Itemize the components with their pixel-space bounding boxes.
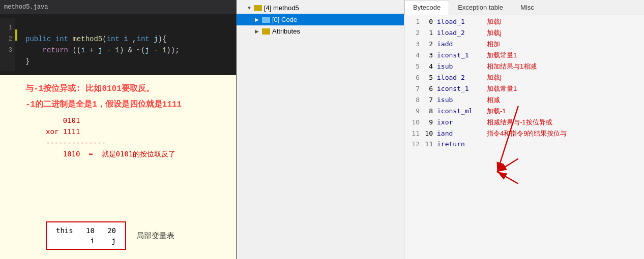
tab-misc[interactable]: Misc	[512, 0, 543, 15]
annotation-line-2: -1的二进制是全是1，假设是四位就是1111	[25, 99, 230, 110]
annotation-xor: 0101 xor 1111 -------------- 1010 = 就是01…	[25, 115, 230, 159]
bc-row-7: 7 6 iconst_1 加载常量1	[411, 84, 638, 95]
bc-row-4: 4 3 iconst_1 加载常量1	[411, 51, 638, 62]
tab-bar: Bytecode Exception table Misc	[404, 0, 644, 15]
chevron-right-icon-2: ▶	[255, 28, 260, 34]
local-var-box: this 10 20 i j	[46, 221, 126, 250]
chevron-right-icon: ▶	[255, 17, 260, 22]
bc-row-2: 2 1 iload_2 加载j	[411, 28, 638, 40]
bc-row-5: 5 4 isub 相加结果与1相减	[411, 62, 638, 73]
code-content: public int method5(int i ,int j){ return…	[19, 18, 236, 71]
local-var-row1: this 10 20	[56, 225, 116, 236]
code-display: public int method5(int i ,int j){ return…	[25, 22, 230, 67]
bc-row-12: 12 11 ireturn	[411, 140, 638, 151]
code-editor-panel: method5.java 1 2 3 public int method5(in…	[0, 0, 237, 259]
tree-item-attributes-label: Attributes	[272, 27, 300, 35]
bc-row-10: 10 9 ixor 相减结果与-1按位异或	[411, 118, 638, 129]
folder-icon	[254, 5, 262, 11]
local-var-row2: i j	[56, 236, 116, 246]
tree-area: ▼ [4] method5 ▶ [0] Code ▶ Attributes	[237, 0, 404, 259]
bc-row-6: 6 5 iload_2 加载j	[411, 73, 638, 84]
tree-panel: ▼ [4] method5 ▶ [0] Code ▶ Attributes	[237, 0, 404, 259]
tree-item-attributes[interactable]: ▶ Attributes	[237, 25, 404, 37]
bytecode-panel: Bytecode Exception table Misc 1 0 iload_…	[404, 0, 644, 259]
editor-title: method5.java	[4, 4, 48, 11]
chevron-down-icon: ▼	[247, 5, 252, 11]
annotations-section: 与-1按位异或: 比如0101要取反。 -1的二进制是全是1，假设是四位就是11…	[0, 75, 236, 259]
bytecode-content: 1 0 iload_1 加载i 2 1 iload_2 加载j 3 2 iadd…	[404, 15, 644, 259]
bc-row-9: 9 8 iconst_ml 加载-1	[411, 107, 638, 118]
svg-line-2	[497, 158, 518, 172]
tree-item-code-label: [0] Code	[272, 16, 297, 23]
bc-row-3: 3 2 iadd 相加	[411, 40, 638, 51]
tree-item-code[interactable]: ▶ [0] Code	[237, 14, 404, 25]
local-var-label: 局部变量表	[136, 231, 174, 241]
tab-exception-table[interactable]: Exception table	[449, 0, 512, 15]
bc-row-11: 11 10 iand 指令4和指令9的结果按位与	[411, 129, 638, 140]
bc-row-1: 1 0 iload_1 加载i	[411, 17, 638, 28]
folder-icon-code	[262, 17, 270, 23]
folder-icon-attributes	[262, 28, 270, 35]
tree-item-label: [4] method5	[264, 4, 299, 12]
tab-bytecode[interactable]: Bytecode	[404, 0, 449, 15]
editor-top-bar: method5.java	[0, 0, 236, 14]
line-numbers: 1 2 3	[0, 18, 15, 71]
bc-row-8: 8 7 isub 相减	[411, 95, 638, 107]
annotation-line-1: 与-1按位异或: 比如0101要取反。	[25, 83, 230, 94]
tree-item-method5[interactable]: ▼ [4] method5	[237, 2, 404, 14]
svg-line-3	[497, 172, 518, 184]
